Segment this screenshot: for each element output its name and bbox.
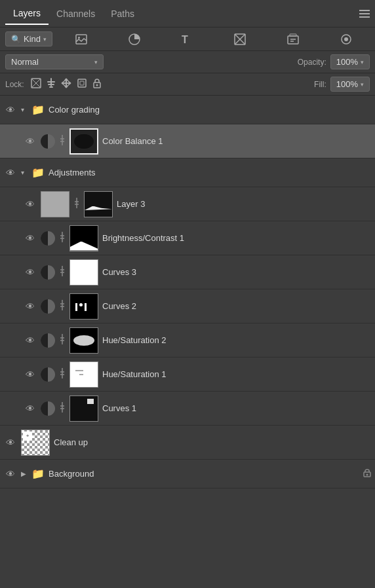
layer-name-brightness-contrast-1: Brightness/Contrast 1 [102,233,371,243]
expand-arrow-color-grading[interactable]: ▾ [21,106,28,113]
layer-name-adjustments: Adjustments [49,168,371,177]
blend-mode-select[interactable]: Normal ▾ [5,54,104,69]
link-icon-curves-2 [59,300,66,312]
layer-name-curves-2: Curves 2 [102,301,371,311]
lock-artboard-icon[interactable] [77,78,87,90]
svg-point-59 [366,474,368,476]
filter-shape-icon[interactable] [234,33,246,45]
adjust-icon-brightness-contrast-1 [41,231,55,246]
layer-name-curves-1: Curves 1 [102,403,371,413]
layer-name-clean-up: Clean up [54,437,371,447]
layer-name-curves-3: Curves 3 [102,267,371,277]
folder-icon-adjustments: 📁 [31,166,45,179]
adjust-icon-curves-1 [41,401,55,416]
fill-select[interactable]: 100% ▾ [330,77,370,92]
svg-rect-7 [288,36,298,44]
eye-icon: 👁 [26,403,35,414]
opacity-group: Opacity: 100% ▾ [298,54,370,69]
visibility-eye-hue-saturation-2[interactable]: 👁 [24,335,37,346]
visibility-eye-curves-1[interactable]: 👁 [24,403,37,414]
thumb-brightness-contrast-1 [69,225,98,251]
expand-arrow-adjustments[interactable]: ▾ [21,169,28,176]
layer-row-adjustments[interactable]: 👁 ▾ 📁 Adjustments [0,158,375,187]
kind-filter-select[interactable]: 🔍 Kind ▾ [5,31,52,46]
lock-position-icon[interactable] [61,78,71,90]
folder-icon-color-grading: 📁 [31,103,45,116]
blend-mode-arrow: ▾ [94,59,98,65]
svg-text:T: T [182,34,188,45]
link-icon-brightness-contrast-1 [59,232,66,244]
visibility-eye-adjustments[interactable]: 👁 [4,168,17,178]
lock-icons-group [31,78,102,90]
svg-rect-30 [78,79,86,87]
thumb-hue-saturation-1 [69,361,98,388]
link-icon-hue-saturation-1 [59,368,66,380]
link-icon-hue-saturation-2 [59,334,66,346]
filter-circle-icon[interactable] [340,33,352,45]
adjust-icon-curves-2 [41,299,55,314]
tab-channels[interactable]: Channels [49,3,103,24]
visibility-eye-clean-up[interactable]: 👁 [4,437,17,448]
visibility-eye-curves-3[interactable]: 👁 [24,267,37,278]
layer-row-color-balance-1[interactable]: 👁 Color Balance 1 [0,124,375,158]
eye-icon: 👁 [6,168,15,178]
filter-text-icon[interactable]: T [182,33,192,45]
visibility-eye-layer3[interactable]: 👁 [24,199,37,210]
layer-row-hue-saturation-1[interactable]: 👁 Hue/Saturation 1 [0,358,375,392]
adjust-icon-color-balance-1 [41,134,55,149]
visibility-eye-curves-2[interactable]: 👁 [24,301,37,312]
visibility-eye-hue-saturation-1[interactable]: 👁 [24,369,37,380]
opacity-select[interactable]: 100% ▾ [330,54,370,69]
thumb-color-balance-1 [69,128,98,155]
link-icon-color-balance-1 [59,135,66,147]
layer-row-curves-1[interactable]: 👁 Curves 1 [0,392,375,426]
thumb-clean-up: + [21,430,50,456]
blend-mode-value: Normal [11,57,39,67]
adjust-icon-hue-saturation-1 [41,367,55,382]
tab-paths[interactable]: Paths [103,3,142,24]
thumb-hue-saturation-2 [69,327,98,354]
layer-name-hue-saturation-2: Hue/Saturation 2 [102,335,371,345]
thumb-curves-3 [69,259,98,285]
kind-filter-arrow: ▾ [43,36,47,43]
layer-row-brightness-contrast-1[interactable]: 👁 Brightness/Contrast 1 [0,221,375,255]
panel-menu-button[interactable] [359,10,370,18]
eye-icon: 👁 [26,199,35,210]
layer-row-background[interactable]: 👁 ▶ 📁 Background [0,460,375,488]
visibility-eye-background[interactable]: 👁 [4,469,17,479]
eye-icon: 👁 [26,301,35,312]
visibility-eye-color-grading[interactable]: 👁 [4,105,17,115]
visibility-eye-brightness-contrast-1[interactable]: 👁 [24,233,37,244]
layer-row-hue-saturation-2[interactable]: 👁 Hue/Saturation 2 [0,323,375,358]
expand-arrow-background[interactable]: ▶ [21,470,28,477]
eye-icon: 👁 [26,335,35,346]
filter-image-icon[interactable] [75,34,87,45]
thumb-layer3 [41,191,69,217]
kind-filter-label: Kind [24,34,41,44]
opacity-value-text: 100% [336,57,358,67]
adjust-icon-curves-3 [41,265,55,280]
filter-bar: 🔍 Kind ▾ T [0,28,375,51]
filter-smart-icon[interactable] [287,33,299,45]
search-icon: 🔍 [11,35,21,44]
svg-rect-8 [290,34,296,36]
lock-transparent-icon[interactable] [31,78,41,90]
filter-adjustment-icon[interactable] [128,33,140,45]
visibility-eye-color-balance-1[interactable]: 👁 [24,136,37,147]
layer-row-curves-2[interactable]: 👁 Curves 2 [0,289,375,323]
tab-layers[interactable]: Layers [5,3,49,25]
layers-list: 👁 ▾ 📁 Color grading 👁 Color Balan [0,96,375,488]
lock-image-icon[interactable] [47,78,56,90]
svg-point-12 [344,37,348,41]
layer-row-color-grading[interactable]: 👁 ▾ 📁 Color grading [0,96,375,124]
folder-icon-background: 📁 [31,468,45,480]
eye-icon: 👁 [26,369,35,380]
eye-icon: 👁 [26,233,35,244]
layer-row-curves-3[interactable]: 👁 Curves 3 [0,255,375,289]
eye-icon: 👁 [26,136,35,147]
layer-row-layer3[interactable]: 👁 Layer 3 [0,187,375,221]
layer-name-color-grading: Color grading [49,105,371,115]
layer-row-clean-up[interactable]: 👁 + Clean up [0,426,375,460]
lock-all-icon[interactable] [92,78,102,90]
lock-label: Lock: [5,80,24,89]
